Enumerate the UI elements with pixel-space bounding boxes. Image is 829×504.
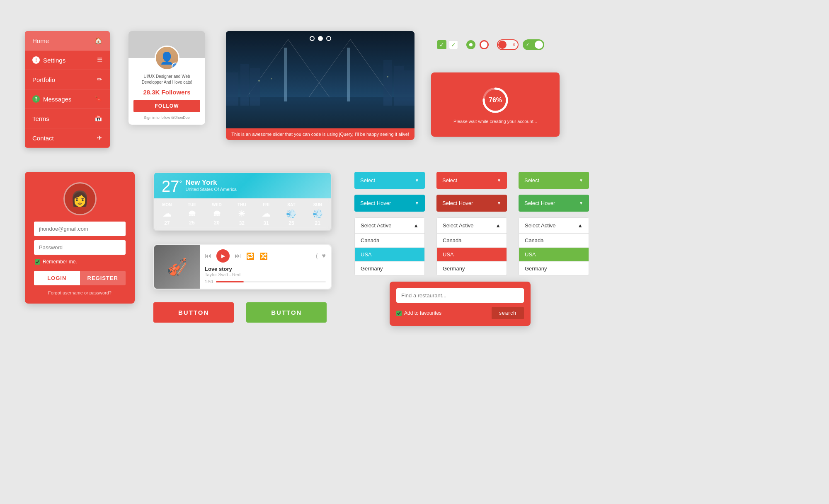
svg-rect-6 — [284, 48, 287, 101]
svg-point-15 — [271, 78, 272, 80]
select-option-canada-1[interactable]: Canada — [355, 234, 424, 248]
select-green-default[interactable]: Select ▼ — [519, 172, 589, 189]
select-green-hover[interactable]: Select Hover ▼ — [519, 195, 589, 212]
forecast-tue: TUE 🌧 25 — [185, 203, 199, 226]
svg-rect-13 — [404, 70, 414, 106]
sidebar-item-terms[interactable]: Terms 📅 — [25, 109, 110, 128]
weather-icon-mon: ☁ — [162, 209, 172, 219]
select-option-usa-3[interactable]: USA — [519, 248, 589, 262]
search-input[interactable] — [396, 288, 524, 303]
select-red-hover[interactable]: Select Hover ▼ — [436, 195, 507, 212]
login-inputs: Remember me. LOGIN REGISTER — [25, 222, 135, 285]
toggle-on-label: ✓ — [526, 43, 529, 47]
svg-rect-11 — [383, 60, 392, 106]
select-option-usa-2[interactable]: USA — [437, 248, 507, 262]
sidebar-item-settings[interactable]: ! Settings ☰ — [25, 51, 110, 70]
toggle-off[interactable]: ✕ — [497, 39, 519, 50]
progress-percent: 76% — [489, 96, 502, 104]
checkbox-group: ✓ ✓ — [437, 40, 458, 49]
green-button[interactable]: BUTTON — [246, 302, 327, 323]
weather-city: New York United States Of America — [185, 178, 237, 192]
share-button[interactable]: ⟨ — [315, 252, 318, 260]
svg-rect-12 — [394, 66, 404, 106]
radio-selected[interactable] — [466, 40, 475, 49]
sidebar-item-home[interactable]: Home 🏠 — [25, 31, 110, 51]
select-option-canada-3[interactable]: Canada — [519, 234, 589, 248]
radio-unselected[interactable] — [480, 40, 489, 49]
password-field[interactable] — [34, 240, 126, 255]
portfolio-icon: ✏ — [97, 76, 102, 83]
search-button[interactable]: search — [492, 307, 524, 319]
repeat-button[interactable]: 🔁 — [246, 252, 255, 260]
slider-dot-2[interactable] — [318, 36, 323, 41]
verified-badge: ✓ — [172, 63, 179, 70]
shuffle-button[interactable]: 🔀 — [259, 252, 268, 260]
select-cyan-default[interactable]: Select ▼ — [354, 172, 425, 189]
select-active-cyan: Select Active ▲ Canada USA Germany — [354, 217, 425, 276]
messages-badge: ? — [32, 95, 40, 103]
sidebar-item-messages[interactable]: ? Messages 🔖 — [25, 89, 110, 109]
forecast-wed: WED 🌧 20 — [209, 203, 224, 226]
bridge-illustration — [226, 31, 414, 128]
select-option-canada-2[interactable]: Canada — [437, 234, 507, 248]
register-button[interactable]: REGISTER — [80, 271, 126, 285]
login-buttons: LOGIN REGISTER — [34, 271, 126, 285]
chevron-down-icon: ▼ — [415, 201, 419, 205]
select-option-usa-1[interactable]: USA — [355, 248, 424, 262]
select-option-germany-3[interactable]: Germany — [519, 262, 589, 275]
select-active-header-cyan[interactable]: Select Active ▲ — [355, 218, 424, 234]
weather-top: 27° New York United States Of America — [154, 173, 331, 198]
like-button[interactable]: ♥ — [322, 252, 326, 260]
checkbox-checked[interactable]: ✓ — [437, 40, 446, 49]
toggle-off-label: ✕ — [512, 43, 516, 47]
favourites-checkbox[interactable] — [396, 311, 402, 316]
avatar: 👤 ✓ — [155, 46, 179, 70]
weather-widget: 27° New York United States Of America MO… — [153, 172, 332, 231]
sidebar-item-label: Home — [32, 37, 49, 44]
select-option-germany-2[interactable]: Germany — [437, 262, 507, 275]
settings-badge: ! — [32, 56, 40, 64]
select-active-header-red[interactable]: Select Active ▲ — [437, 218, 507, 234]
login-button[interactable]: LOGIN — [34, 271, 80, 285]
avatar-wrap: 👤 ✓ — [155, 46, 179, 70]
radio-group — [466, 40, 489, 49]
chevron-down-icon: ▼ — [579, 201, 583, 205]
weather-icon-thu: ☀ — [238, 209, 246, 219]
contact-icon: ✈ — [97, 134, 102, 142]
search-bottom: Add to favourites search — [396, 307, 524, 319]
select-cyan-hover[interactable]: Select Hover ▼ — [354, 195, 425, 212]
slider-dot-3[interactable] — [326, 36, 331, 41]
red-button[interactable]: BUTTON — [153, 302, 234, 323]
login-avatar: 👩 — [63, 182, 97, 215]
sidebar-item-contact[interactable]: Contact ✈ — [25, 128, 110, 148]
forgot-password-link[interactable]: Forgot username or password? — [25, 290, 135, 295]
select-red-default[interactable]: Select ▼ — [436, 172, 507, 189]
select-option-germany-1[interactable]: Germany — [355, 262, 424, 275]
terms-icon: 📅 — [95, 115, 102, 122]
email-field[interactable] — [34, 222, 126, 236]
sidebar: Home 🏠 ! Settings ☰ Portfolio ✏ ? Messag… — [25, 31, 110, 148]
forecast-days: MON ☁ 27 TUE 🌧 25 WED 🌧 20 THU ☀ 32 FRI — [154, 203, 331, 226]
remember-checkbox[interactable] — [35, 259, 40, 265]
checkbox-unchecked[interactable]: ✓ — [449, 40, 458, 49]
profile-card: 👤 ✓ UI/UX Designer and Web Developper An… — [128, 31, 205, 125]
chevron-down-icon: ▼ — [415, 178, 419, 183]
select-active-green: Select Active ▲ Canada USA Germany — [519, 217, 589, 276]
sidebar-item-portfolio[interactable]: Portfolio ✏ — [25, 70, 110, 89]
fast-forward-button[interactable]: ⏭ — [235, 252, 241, 260]
play-button[interactable]: ▶ — [216, 249, 230, 263]
follow-button[interactable]: FOLLOW — [133, 100, 200, 112]
music-artist: Taylor Swift - Red — [205, 272, 326, 277]
selects-area: Select ▼ Select ▼ Select ▼ Select Hover … — [354, 172, 589, 276]
messages-icon: 🔖 — [95, 95, 102, 103]
image-slider: This is an awesome slider that you can c… — [226, 31, 414, 140]
sidebar-item-label: Settings — [43, 57, 65, 64]
rewind-button[interactable]: ⏮ — [205, 252, 211, 260]
toggle-on[interactable]: ✓ — [523, 39, 544, 50]
chevron-up-icon: ▲ — [495, 222, 501, 229]
toggle-knob-on — [535, 41, 543, 49]
signin-hint: Sign in to follow @JhonDoe — [133, 116, 200, 120]
slider-dot-1[interactable] — [310, 36, 315, 41]
select-active-header-green[interactable]: Select Active ▲ — [519, 218, 589, 234]
music-progress-bar[interactable] — [216, 281, 326, 282]
